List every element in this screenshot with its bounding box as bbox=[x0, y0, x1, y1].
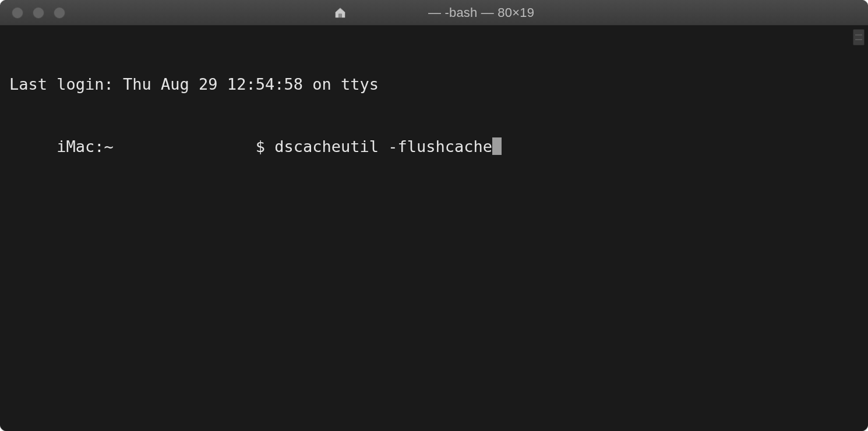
terminal-body[interactable]: Last login: Thu Aug 29 12:54:58 on ttys … bbox=[0, 26, 868, 431]
prompt-line[interactable]: iMac:~ $ dscacheutil -flushcache bbox=[9, 136, 859, 157]
command-text: dscacheutil -flushcache bbox=[274, 136, 492, 157]
home-icon bbox=[334, 6, 347, 19]
traffic-lights bbox=[0, 7, 65, 19]
zoom-button[interactable] bbox=[54, 7, 65, 19]
terminal-window: — -bash — 80×19 Last login: Thu Aug 29 1… bbox=[0, 0, 868, 431]
svg-rect-0 bbox=[338, 13, 342, 17]
minimize-button[interactable] bbox=[33, 7, 44, 19]
close-button[interactable] bbox=[12, 7, 23, 19]
scrollbar-thumb[interactable] bbox=[853, 29, 865, 45]
window-titlebar[interactable]: — -bash — 80×19 bbox=[0, 0, 868, 26]
window-title-area: — -bash — 80×19 bbox=[0, 5, 868, 20]
window-title: — -bash — 80×19 bbox=[428, 5, 534, 20]
prompt-host: iMac:~ bbox=[9, 136, 256, 157]
text-cursor bbox=[492, 137, 502, 155]
prompt-symbol: $ bbox=[256, 136, 275, 157]
last-login-line: Last login: Thu Aug 29 12:54:58 on ttys bbox=[9, 74, 859, 95]
